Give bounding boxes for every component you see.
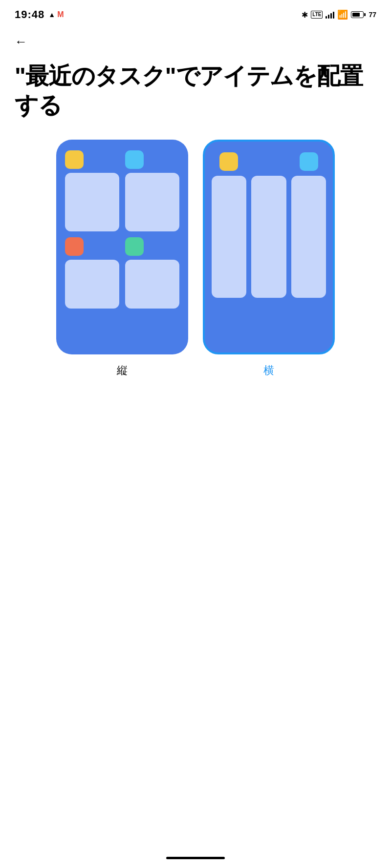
dot-yellow-vertical xyxy=(65,150,84,169)
vertical-label: 縦 xyxy=(117,363,128,378)
horizontal-phone-frame[interactable] xyxy=(203,140,335,354)
page-title: "最近のタスク"でアイテムを配置する xyxy=(15,62,376,120)
dot-orange-vertical xyxy=(65,237,84,256)
h-col-center xyxy=(251,176,286,298)
battery-icon xyxy=(351,11,366,18)
battery-percent: 77 xyxy=(369,11,376,19)
status-bar: 19:48 ▲ M ✱ LTE 📶 77 xyxy=(0,0,391,27)
dot-yellow-horizontal xyxy=(219,152,238,171)
title-area: "最近のタスク"でアイテムを配置する xyxy=(0,52,391,135)
horizontal-layout-option[interactable]: 横 xyxy=(203,140,335,378)
status-right: ✱ LTE 📶 77 xyxy=(302,9,376,20)
gmail-icon: M xyxy=(57,10,64,19)
vertical-layout-option[interactable]: 縦 xyxy=(56,140,188,378)
bottom-nav-bar xyxy=(166,857,225,859)
dot-cyan-vertical xyxy=(125,150,144,169)
status-nav-icons: ▲ M xyxy=(48,10,64,19)
horizontal-label: 横 xyxy=(263,363,274,378)
h-col-right xyxy=(291,176,326,298)
vertical-phone-frame[interactable] xyxy=(56,140,188,354)
nav-up-icon: ▲ xyxy=(48,11,55,19)
status-time: 19:48 xyxy=(15,8,44,21)
layout-options: 縦 横 xyxy=(0,135,391,388)
back-button[interactable]: ← xyxy=(15,34,27,49)
h-col-left xyxy=(212,176,246,298)
signal-bars-icon xyxy=(326,11,334,19)
h-bottom-bar xyxy=(205,298,333,327)
dot-cyan-horizontal xyxy=(300,152,318,171)
dot-green-vertical xyxy=(125,237,144,256)
card-bottom-left-vertical xyxy=(65,260,119,309)
lte-badge: LTE xyxy=(311,11,323,19)
card-bottom-right-vertical xyxy=(125,260,179,309)
status-left: 19:48 ▲ M xyxy=(15,8,64,21)
card-top-left-vertical xyxy=(65,173,119,231)
wifi-icon: 📶 xyxy=(337,9,348,20)
bluetooth-icon: ✱ xyxy=(302,10,308,20)
back-button-area[interactable]: ← xyxy=(0,27,391,52)
card-top-right-vertical xyxy=(125,173,179,231)
